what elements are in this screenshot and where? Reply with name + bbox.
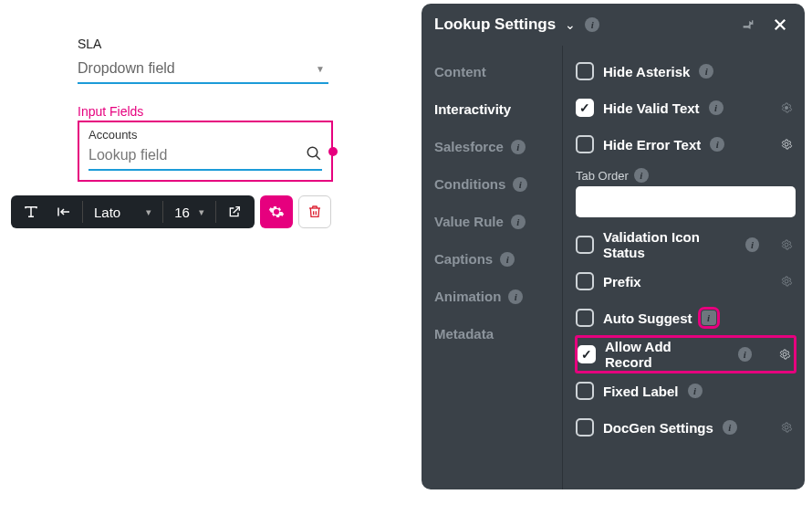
label-prefix: Prefix	[603, 274, 641, 289]
checkbox-validation-icon-status[interactable]	[576, 236, 594, 254]
option-auto-suggest: Auto Suggest i	[576, 300, 796, 336]
tab-animation[interactable]: Animationi	[422, 278, 562, 315]
label-tab-order: Tab Orderi	[576, 168, 796, 183]
tab-order-input[interactable]	[576, 186, 796, 217]
checkbox-allow-add-record[interactable]	[578, 345, 596, 363]
checkbox-hide-asterisk[interactable]	[576, 62, 594, 80]
search-icon	[306, 145, 322, 162]
check-icon	[579, 100, 590, 116]
option-prefix: Prefix	[576, 263, 796, 300]
toolbar-pill: Lato ▾ 16 ▾	[11, 195, 255, 228]
gear-icon[interactable]	[777, 272, 796, 290]
info-icon[interactable]: i	[511, 215, 526, 229]
tab-value-rule[interactable]: Value Rulei	[422, 203, 562, 240]
option-fixed-label: Fixed Label i	[576, 373, 796, 409]
gear-icon[interactable]	[777, 236, 796, 254]
gear-icon[interactable]	[777, 135, 796, 153]
panel-body: Content Interactivity Salesforcei Condit…	[422, 46, 805, 489]
checkbox-prefix[interactable]	[576, 272, 594, 290]
info-icon[interactable]: i	[513, 177, 527, 192]
label-fixed-label: Fixed Label	[603, 384, 679, 399]
panel-tabs: Content Interactivity Salesforcei Condit…	[422, 46, 563, 489]
info-icon[interactable]: i	[634, 168, 649, 183]
info-icon[interactable]: i	[709, 100, 724, 115]
pin-icon[interactable]	[737, 14, 759, 36]
format-toolbar: Lato ▾ 16 ▾	[11, 195, 331, 228]
tab-salesforce[interactable]: Salesforcei	[422, 128, 562, 165]
panel-title: Lookup Settings	[434, 16, 556, 34]
sla-field: SLA Dropdown field	[78, 37, 392, 84]
info-icon[interactable]: i	[511, 140, 526, 154]
label-docgen-settings: DocGen Settings	[603, 420, 713, 436]
svg-point-8	[785, 142, 788, 146]
gear-icon[interactable]	[777, 99, 796, 117]
svg-point-0	[307, 147, 318, 157]
accounts-label: Accounts	[88, 128, 322, 142]
checkbox-hide-valid-text[interactable]	[576, 99, 594, 117]
info-icon[interactable]: i	[500, 252, 515, 267]
info-icon[interactable]: i	[723, 420, 737, 435]
close-icon[interactable]	[768, 13, 792, 37]
sla-placeholder: Dropdown field	[78, 60, 175, 76]
lookup-field-card[interactable]: Accounts Lookup field	[78, 121, 333, 182]
selection-handle[interactable]	[328, 147, 338, 156]
size-select[interactable]: 16 ▾	[165, 195, 213, 228]
svg-line-1	[316, 155, 320, 160]
tab-content[interactable]: Content	[422, 53, 562, 90]
lookup-placeholder: Lookup field	[88, 147, 167, 163]
info-icon[interactable]: i	[738, 347, 753, 362]
lookup-input[interactable]: Lookup field	[88, 142, 322, 171]
font-name: Lato	[94, 205, 120, 220]
option-hide-valid-text: Hide Valid Text i	[576, 89, 796, 126]
tab-order-group: Tab Orderi	[576, 168, 796, 217]
sla-dropdown[interactable]: Dropdown field	[78, 55, 328, 84]
section-label: Input Fields	[78, 104, 392, 119]
canvas-area: SLA Dropdown field Input Fields Accounts…	[0, 0, 420, 505]
gear-icon[interactable]	[776, 345, 794, 363]
toolbar-divider	[162, 201, 163, 223]
panel-header: Lookup Settings ⌄ i	[422, 4, 805, 46]
tab-conditions[interactable]: Conditionsi	[422, 165, 562, 203]
chevron-down-icon[interactable]: ⌄	[565, 17, 576, 32]
info-icon[interactable]: i	[702, 310, 716, 325]
info-icon[interactable]: i	[508, 289, 523, 304]
settings-panel: Lookup Settings ⌄ i Content Interactivit…	[422, 4, 805, 489]
toolbar-divider	[82, 201, 83, 223]
info-icon[interactable]: i	[710, 137, 724, 152]
label-hide-asterisk: Hide Asterisk	[603, 64, 690, 79]
info-icon[interactable]: i	[688, 384, 703, 398]
svg-point-12	[785, 426, 788, 429]
label-hide-error-text: Hide Error Text	[603, 137, 701, 153]
popout-button[interactable]	[218, 195, 251, 228]
option-allow-add-record: Allow Add Record i	[576, 336, 796, 373]
checkbox-auto-suggest[interactable]	[576, 309, 594, 327]
font-select[interactable]: Lato ▾	[85, 195, 161, 228]
font-size: 16	[174, 205, 190, 220]
tab-metadata[interactable]: Metadata	[422, 315, 562, 352]
options-list: Hide Asterisk i Hide Valid Text i Hide E…	[563, 46, 805, 489]
info-icon[interactable]: i	[745, 237, 759, 252]
info-icon[interactable]: i	[699, 64, 713, 79]
checkbox-hide-error-text[interactable]	[576, 135, 594, 153]
label-hide-valid-text: Hide Valid Text	[603, 100, 700, 116]
settings-button[interactable]	[260, 195, 293, 228]
tab-captions[interactable]: Captionsi	[422, 240, 562, 278]
label-auto-suggest: Auto Suggest	[603, 310, 692, 326]
tab-interactivity[interactable]: Interactivity	[422, 90, 562, 128]
chevron-down-icon: ▾	[199, 206, 204, 218]
checkbox-docgen-settings[interactable]	[576, 418, 594, 437]
text-style-button[interactable]	[15, 195, 47, 228]
svg-point-10	[785, 279, 788, 283]
gear-icon[interactable]	[777, 418, 796, 437]
option-docgen-settings: DocGen Settings i	[576, 409, 796, 446]
delete-button[interactable]	[298, 195, 331, 228]
checkbox-fixed-label[interactable]	[576, 382, 594, 400]
outdent-button[interactable]	[47, 195, 80, 228]
sla-label: SLA	[78, 37, 392, 51]
info-icon[interactable]: i	[585, 17, 599, 32]
check-icon	[581, 346, 592, 363]
option-hide-asterisk: Hide Asterisk i	[576, 53, 796, 89]
label-allow-add-record: Allow Add Record	[605, 339, 720, 370]
option-validation-icon-status: Validation Icon Status i	[576, 226, 796, 263]
svg-point-11	[783, 352, 786, 356]
